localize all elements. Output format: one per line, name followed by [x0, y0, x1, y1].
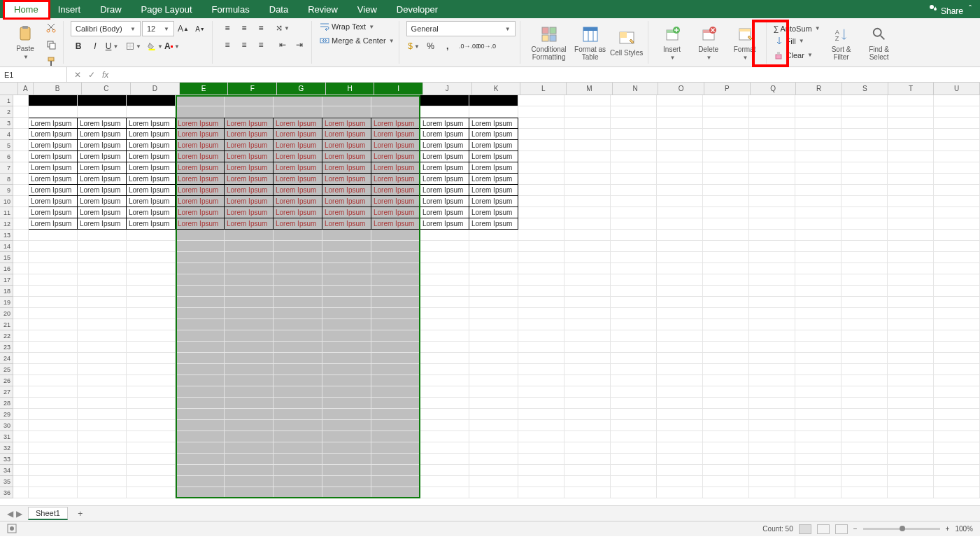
row-header-36[interactable]: 36 — [0, 487, 13, 498]
cell[interactable]: Lorem Ipsum — [29, 207, 78, 218]
cell[interactable]: Lorem Ipsum — [78, 207, 127, 218]
cell[interactable] — [420, 386, 469, 398]
cell[interactable]: Lorem Ipsum — [322, 196, 371, 207]
cell[interactable] — [564, 129, 611, 140]
cell[interactable] — [657, 487, 703, 498]
cell[interactable] — [611, 252, 657, 263]
cell[interactable] — [795, 151, 841, 162]
macro-record-button[interactable] — [7, 524, 17, 535]
cell[interactable] — [749, 342, 795, 353]
row-header-9[interactable]: 9 — [0, 185, 13, 196]
cell[interactable] — [611, 308, 657, 319]
cell[interactable] — [934, 319, 980, 330]
align-right-button[interactable]: ≡ — [253, 38, 269, 52]
cell[interactable] — [795, 252, 841, 263]
cell[interactable] — [371, 274, 420, 286]
cell[interactable]: Lorem Ipsum — [176, 185, 225, 196]
cell[interactable] — [13, 487, 29, 498]
cell[interactable] — [29, 308, 78, 319]
cell[interactable] — [703, 241, 749, 252]
cell[interactable] — [78, 230, 127, 241]
cell[interactable] — [795, 330, 841, 342]
cell[interactable]: Lorem Ipsum — [322, 207, 371, 218]
cell[interactable] — [13, 118, 29, 129]
cell[interactable] — [934, 454, 980, 465]
cell[interactable] — [703, 274, 749, 286]
cell[interactable]: Lorem Ipsum — [127, 174, 176, 185]
cell[interactable]: Lorem Ipsum — [127, 140, 176, 151]
decrease-decimal-button[interactable]: .00→.0 — [478, 39, 494, 53]
cell[interactable] — [703, 162, 749, 174]
cell[interactable] — [127, 454, 176, 465]
cell[interactable] — [469, 442, 518, 454]
cell[interactable] — [127, 230, 176, 241]
cell[interactable] — [29, 476, 78, 487]
fx-icon[interactable]: fx — [102, 70, 108, 80]
cell[interactable] — [176, 274, 225, 286]
cell[interactable] — [322, 319, 371, 330]
cell[interactable] — [564, 140, 611, 151]
cell[interactable] — [176, 386, 225, 398]
cell[interactable] — [225, 252, 274, 263]
cell[interactable] — [420, 398, 469, 409]
cell[interactable]: Lorem Ipsum — [469, 140, 518, 151]
cell[interactable] — [274, 375, 322, 386]
cell[interactable] — [564, 286, 611, 297]
cell[interactable] — [518, 286, 564, 297]
cell[interactable] — [657, 386, 703, 398]
cell[interactable] — [127, 106, 176, 118]
cell[interactable] — [657, 420, 703, 431]
cell[interactable] — [274, 487, 322, 498]
cell[interactable] — [469, 353, 518, 364]
cell[interactable] — [841, 409, 888, 420]
cell[interactable] — [564, 196, 611, 207]
cell[interactable] — [703, 409, 749, 420]
cell[interactable] — [841, 342, 888, 353]
cell[interactable] — [518, 185, 564, 196]
cell[interactable]: Lorem Ipsum — [225, 207, 274, 218]
cell[interactable] — [225, 342, 274, 353]
cell[interactable] — [934, 353, 980, 364]
cell[interactable] — [322, 230, 371, 241]
cell[interactable] — [469, 487, 518, 498]
cell[interactable] — [749, 185, 795, 196]
cell[interactable] — [322, 364, 371, 375]
cell[interactable] — [795, 297, 841, 308]
cell[interactable] — [371, 319, 420, 330]
cell[interactable]: Lorem Ipsum — [420, 140, 469, 151]
page-layout-view-button[interactable] — [817, 524, 830, 534]
cell[interactable] — [518, 297, 564, 308]
cell[interactable] — [176, 465, 225, 476]
cell[interactable] — [795, 454, 841, 465]
cell[interactable] — [518, 431, 564, 442]
cell[interactable] — [371, 487, 420, 498]
cell[interactable] — [564, 185, 611, 196]
cell[interactable] — [518, 95, 564, 106]
cell[interactable] — [322, 263, 371, 274]
cell[interactable] — [225, 106, 274, 118]
cell[interactable] — [841, 454, 888, 465]
cell[interactable] — [888, 274, 934, 286]
cell[interactable] — [274, 319, 322, 330]
cell[interactable] — [703, 442, 749, 454]
cell[interactable] — [888, 431, 934, 442]
cell[interactable] — [611, 218, 657, 230]
cell[interactable] — [322, 431, 371, 442]
cell[interactable] — [469, 319, 518, 330]
cell[interactable] — [469, 241, 518, 252]
cell[interactable] — [657, 342, 703, 353]
cell[interactable]: Lorem Ipsum — [274, 140, 322, 151]
column-header-U[interactable]: U — [934, 83, 980, 94]
cell[interactable] — [564, 230, 611, 241]
align-center-button[interactable]: ≡ — [236, 38, 252, 52]
comma-button[interactable]: , — [440, 39, 455, 53]
cell[interactable] — [934, 431, 980, 442]
cell[interactable] — [13, 241, 29, 252]
cell[interactable] — [795, 308, 841, 319]
cell[interactable] — [657, 274, 703, 286]
cell[interactable] — [29, 487, 78, 498]
cell[interactable] — [29, 274, 78, 286]
cell[interactable] — [841, 487, 888, 498]
cell[interactable] — [934, 409, 980, 420]
cell[interactable] — [888, 353, 934, 364]
